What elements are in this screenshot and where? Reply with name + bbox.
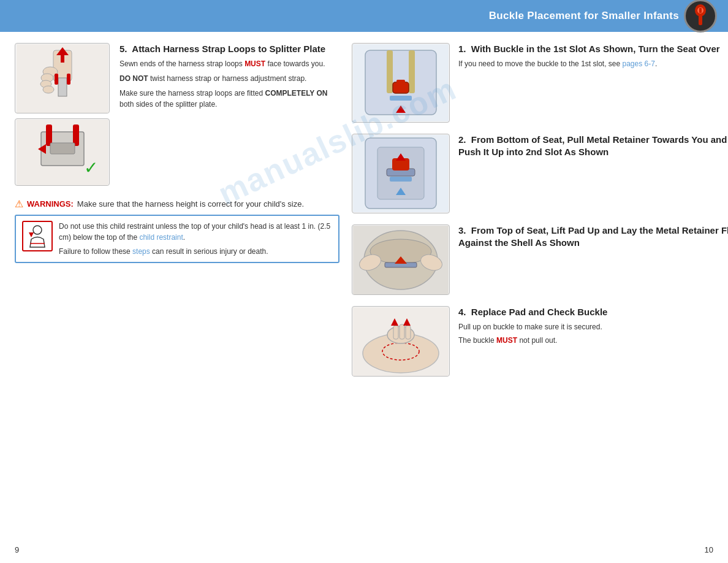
step4-title: 4. Replace Pad and Check Buckle — [458, 306, 728, 318]
svg-rect-8 — [61, 55, 64, 63]
warnings-label: WARNINGS: — [27, 199, 74, 209]
warnings-section: ⚠ WARNINGS: Make sure that the harness h… — [15, 198, 339, 263]
step2-section: 2. From Bottom of Seat, Pull Metal Retai… — [352, 134, 728, 213]
svg-rect-53 — [400, 324, 404, 339]
step5-image2: ✓ — [15, 118, 110, 186]
step5-number: 5. — [119, 44, 127, 54]
svg-rect-1 — [699, 15, 702, 25]
left-column: ✓ 5. Attach Harness Strap Loops to Split… — [15, 43, 346, 557]
step3-image — [352, 224, 450, 295]
step5-section: ✓ 5. Attach Harness Strap Loops to Split… — [15, 43, 339, 186]
step2-title: 2. From Bottom of Seat, Pull Metal Retai… — [458, 134, 728, 158]
svg-marker-24 — [29, 232, 34, 237]
header-bar: Buckle Placement for Smaller Infants — [0, 0, 728, 32]
svg-point-22 — [33, 226, 42, 234]
step5-image1 — [15, 43, 110, 113]
step1-image — [352, 43, 450, 123]
step4-image — [352, 306, 450, 377]
right-column: 1. With Buckle in the 1st Slot As Shown,… — [346, 43, 728, 557]
page-left: 9 — [15, 545, 19, 554]
svg-rect-31 — [390, 96, 412, 101]
step4-number: 4. — [458, 307, 466, 317]
warnings-text: Make sure that the harness height is cor… — [77, 199, 304, 209]
step1-number: 1. — [458, 44, 466, 54]
svg-point-12 — [43, 86, 54, 93]
step3-number: 3. — [458, 225, 466, 236]
page-right: 10 — [705, 545, 713, 554]
svg-rect-30 — [396, 80, 405, 86]
svg-rect-3 — [699, 8, 702, 13]
warning-header: ⚠ WARNINGS: Make sure that the harness h… — [15, 198, 339, 210]
svg-rect-52 — [393, 326, 398, 339]
step3-text: 3. From Top of Seat, Lift Pad Up and Lay… — [458, 224, 728, 251]
step1-section: 1. With Buckle in the 1st Slot As Shown,… — [352, 43, 728, 123]
svg-rect-13 — [55, 74, 58, 85]
warning-box: Do not use this child restraint unless t… — [15, 215, 339, 263]
step5-text: 5. Attach Harness Strap Loops to Splitte… — [119, 43, 339, 186]
svg-rect-54 — [406, 326, 411, 339]
step5-images: ✓ — [15, 43, 110, 186]
step4-text: 4. Replace Pad and Check Buckle Pull up … — [458, 306, 728, 346]
warning-triangle-icon: ⚠ — [15, 198, 23, 210]
svg-rect-14 — [67, 74, 70, 85]
warning-body: Do not use this child restraint unless t… — [59, 221, 332, 257]
step2-image — [352, 134, 450, 213]
main-content: ✓ 5. Attach Harness Strap Loops to Split… — [0, 32, 728, 563]
step5-title: 5. Attach Harness Strap Loops to Splitte… — [119, 43, 339, 55]
svg-rect-28 — [409, 50, 415, 93]
step1-text: 1. With Buckle in the 1st Slot As Shown,… — [458, 43, 728, 69]
step1-body: If you need to move the buckle to the 1s… — [458, 58, 728, 69]
buckle-icon — [684, 0, 717, 33]
child-icon — [22, 221, 53, 251]
svg-text:✓: ✓ — [84, 158, 98, 177]
step2-text: 2. From Bottom of Seat, Pull Metal Retai… — [458, 134, 728, 161]
step2-number: 2. — [458, 134, 466, 145]
step1-title: 1. With Buckle in the 1st Slot As Shown,… — [458, 43, 728, 55]
step5-body: Sewn ends of the harness strap loops MUS… — [119, 58, 339, 110]
step3-title: 3. From Top of Seat, Lift Pad Up and Lay… — [458, 224, 728, 248]
step4-section: 4. Replace Pad and Check Buckle Pull up … — [352, 306, 728, 377]
svg-rect-19 — [50, 143, 75, 154]
header-title: Buckle Placement for Smaller Infants — [489, 10, 679, 22]
step4-body: Pull up on buckle to make sure it is sec… — [458, 321, 728, 346]
step3-section: 3. From Top of Seat, Lift Pad Up and Lay… — [352, 224, 728, 295]
svg-rect-27 — [387, 50, 393, 93]
svg-rect-39 — [390, 177, 412, 182]
svg-rect-6 — [58, 78, 67, 96]
page-numbers: 9 10 — [15, 545, 713, 554]
